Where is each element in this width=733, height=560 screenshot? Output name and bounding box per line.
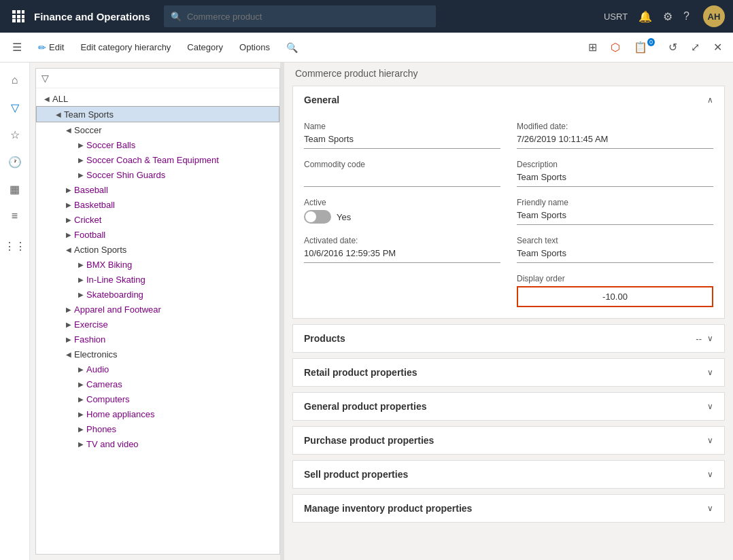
tree-item-baseball[interactable]: ▶ Baseball xyxy=(36,182,279,197)
collapse-icon-electronics: ◀ xyxy=(63,349,74,360)
description-field: Description Team Sports xyxy=(517,160,713,187)
general-section-header[interactable]: General ∧ xyxy=(293,86,724,113)
tree-item-bmx[interactable]: ▶ BMX Biking xyxy=(36,257,279,272)
tree-item-cameras[interactable]: ▶ Cameras xyxy=(36,377,279,391)
star-icon[interactable]: ☆ xyxy=(3,122,27,147)
general-section: General ∧ Name Team Sports Modified date… xyxy=(292,86,725,319)
drag-handle-icon[interactable]: ⋮⋮ xyxy=(3,234,27,258)
description-label: Description xyxy=(517,160,713,169)
activated-date-label: Activated date: xyxy=(304,236,500,245)
commodity-code-value[interactable] xyxy=(304,172,500,187)
svg-rect-7 xyxy=(17,19,20,22)
expand-icon-skateboarding: ▶ xyxy=(75,289,86,300)
tree-item-fashion[interactable]: ▶ Fashion xyxy=(36,332,279,347)
settings-icon[interactable]: ⚙ xyxy=(660,7,675,26)
edit-button[interactable]: ✏ Edit xyxy=(31,35,71,60)
tree-item-soccer-balls[interactable]: ▶ Soccer Balls xyxy=(36,137,279,152)
products-chevron: ∨ xyxy=(707,334,713,343)
expand-icon[interactable]: ⤢ xyxy=(685,38,705,56)
expand-icon-bmx: ▶ xyxy=(75,259,86,270)
tree-item-all[interactable]: ◀ ALL xyxy=(36,91,279,106)
tree-item-skateboarding[interactable]: ▶ Skateboarding xyxy=(36,287,279,302)
user-avatar[interactable]: AH xyxy=(703,5,725,27)
bell-icon[interactable]: 🔔 xyxy=(636,7,655,26)
tree-item-soccer-coach[interactable]: ▶ Soccer Coach & Team Equipment xyxy=(36,152,279,167)
inventory-props-header[interactable]: Manage inventory product properties ∨ xyxy=(293,495,724,522)
expand-icon-baseball: ▶ xyxy=(63,184,74,195)
edit-icon: ✏ xyxy=(38,42,46,53)
sell-props-header[interactable]: Sell product properties ∨ xyxy=(293,461,724,488)
svg-rect-8 xyxy=(22,19,24,22)
inventory-props-section: Manage inventory product properties ∨ xyxy=(292,494,725,523)
tree-item-soccer-shin[interactable]: ▶ Soccer Shin Guards xyxy=(36,167,279,182)
activated-date-field: Activated date: 10/6/2016 12:59:35 PM xyxy=(304,236,500,263)
purchase-props-header[interactable]: Purchase product properties ∨ xyxy=(293,427,724,454)
expand-icon-tv: ▶ xyxy=(75,438,86,449)
tree-item-exercise[interactable]: ▶ Exercise xyxy=(36,317,279,332)
tree-item-tv-video[interactable]: ▶ TV and video xyxy=(36,436,279,451)
tree-item-electronics[interactable]: ◀ Electronics xyxy=(36,347,279,362)
clock-icon[interactable]: 🕐 xyxy=(3,150,27,174)
purchase-props-chevron: ∨ xyxy=(707,436,713,445)
tree-item-football[interactable]: ▶ Football xyxy=(36,227,279,242)
tree-item-audio[interactable]: ▶ Audio xyxy=(36,362,279,377)
inventory-props-chevron: ∨ xyxy=(707,504,713,513)
empty-field xyxy=(304,274,500,307)
search-bar[interactable]: 🔍 xyxy=(164,5,436,27)
tree-item-computers[interactable]: ▶ Computers xyxy=(36,391,279,406)
tree-item-inline-skating[interactable]: ▶ In-Line Skating xyxy=(36,272,279,287)
tree-item-soccer[interactable]: ◀ Soccer xyxy=(36,122,279,137)
retail-props-chevron: ∨ xyxy=(707,368,713,377)
tree-item-action-sports[interactable]: ◀ Action Sports xyxy=(36,242,279,257)
tree-root: ◀ ALL ◀ Team Sports ◀ Soccer ▶ Soccer Ba… xyxy=(36,88,279,454)
sell-props-title: Sell product properties xyxy=(304,469,408,480)
search-input[interactable] xyxy=(187,12,429,22)
list-icon[interactable]: ≡ xyxy=(3,204,27,228)
tree-item-phones[interactable]: ▶ Phones xyxy=(36,421,279,436)
general-props-section: General product properties ∨ xyxy=(292,392,725,421)
grid-icon[interactable]: ▦ xyxy=(3,177,27,201)
general-chevron-up: ∧ xyxy=(707,95,713,105)
notification-count-icon[interactable]: 📋0 xyxy=(628,38,660,56)
expand-icon-basketball: ▶ xyxy=(63,199,74,210)
options-button[interactable]: Options xyxy=(233,35,277,60)
friendly-name-label: Friendly name xyxy=(517,198,713,207)
general-props-header[interactable]: General product properties ∨ xyxy=(293,393,724,420)
search-filter-button[interactable]: 🔍 xyxy=(279,35,305,60)
tree-item-team-sports[interactable]: ◀ Team Sports xyxy=(36,106,279,122)
name-value[interactable]: Team Sports xyxy=(304,134,500,149)
collapse-icon-soccer: ◀ xyxy=(63,124,74,135)
refresh-icon[interactable]: ↺ xyxy=(663,38,683,56)
tree-item-basketball[interactable]: ▶ Basketball xyxy=(36,197,279,212)
tree-filter-icon[interactable]: ▽ xyxy=(41,73,49,84)
close-icon[interactable]: ✕ xyxy=(708,38,728,56)
purchase-props-title: Purchase product properties xyxy=(304,435,434,446)
active-field: Active Yes xyxy=(304,198,500,225)
description-value[interactable]: Team Sports xyxy=(517,172,713,187)
office-icon[interactable]: ⬡ xyxy=(605,38,626,56)
products-section-header[interactable]: Products -- ∨ xyxy=(293,325,724,352)
retail-props-header[interactable]: Retail product properties ∨ xyxy=(293,359,724,386)
tree-item-cricket[interactable]: ▶ Cricket xyxy=(36,212,279,227)
search-icon: 🔍 xyxy=(286,42,298,53)
tree-panel: ▽ ◀ ALL ◀ Team Sports ◀ Soccer ▶ Soccer … xyxy=(35,68,280,555)
hamburger-menu-button[interactable]: ☰ xyxy=(5,35,29,60)
friendly-name-value[interactable]: Team Sports xyxy=(517,210,713,225)
hamburger-icon: ☰ xyxy=(12,41,22,54)
search-text-value[interactable]: Team Sports xyxy=(517,248,713,263)
sell-props-chevron: ∨ xyxy=(707,470,713,479)
active-toggle[interactable] xyxy=(304,210,331,224)
category-button[interactable]: Category xyxy=(180,35,230,60)
tree-item-apparel[interactable]: ▶ Apparel and Footwear xyxy=(36,302,279,317)
app-grid-icon[interactable] xyxy=(8,6,29,27)
help-icon[interactable]: ? xyxy=(681,7,692,25)
filter-icon[interactable]: ▽ xyxy=(3,95,27,120)
edit-hierarchy-button[interactable]: Edit category hierarchy xyxy=(73,35,177,60)
svg-rect-4 xyxy=(17,15,20,18)
display-order-value[interactable]: -10.00 xyxy=(517,286,713,307)
tree-item-home-appliances[interactable]: ▶ Home appliances xyxy=(36,406,279,421)
home-icon[interactable]: ⌂ xyxy=(3,68,27,92)
sell-props-section: Sell product properties ∨ xyxy=(292,460,725,489)
grid-view-icon[interactable]: ⊞ xyxy=(583,38,602,56)
detail-panel: Commerce product hierarchy General ∧ Nam… xyxy=(284,63,733,560)
